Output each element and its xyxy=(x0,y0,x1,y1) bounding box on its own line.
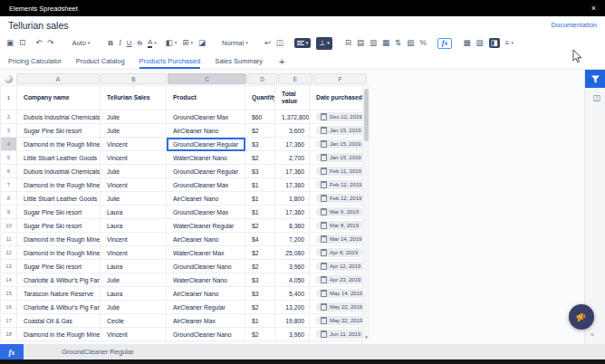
fill-color-icon[interactable]: ◧▾ xyxy=(166,39,178,47)
underline-icon[interactable]: U xyxy=(127,40,132,47)
cell-sales[interactable]: Vincent xyxy=(101,328,167,341)
header-cell[interactable]: Company name xyxy=(17,86,101,110)
undo-icon[interactable]: ↶ xyxy=(35,39,42,47)
cell-company[interactable]: Diamond in the Rough Mine xyxy=(17,246,101,260)
row-number[interactable]: 13 xyxy=(1,260,17,273)
cell-date[interactable]: Feb 12, 2019 xyxy=(310,178,363,192)
fx-function-button[interactable]: fx xyxy=(437,38,453,49)
cell-product[interactable]: GroundCleaner Nano xyxy=(167,260,245,273)
delete-cells-icon[interactable]: ▦ xyxy=(382,39,389,47)
row-number[interactable]: 8 xyxy=(1,192,17,206)
cell-quantity[interactable]: $4 xyxy=(245,233,275,246)
cell-quantity[interactable]: $3 xyxy=(245,273,275,287)
announcements-button[interactable] xyxy=(569,304,594,330)
text-color-icon[interactable]: A▾ xyxy=(148,39,157,48)
cell-product[interactable]: GroundCleaner Max xyxy=(167,110,245,124)
cell-product[interactable]: WaterCleaner Max xyxy=(167,246,245,260)
header-cell[interactable]: Quantity xyxy=(245,86,275,110)
font-size-select[interactable]: Auto▾ xyxy=(72,40,90,47)
cell-date[interactable]: May 22, 2019 xyxy=(310,301,363,314)
cell-sales[interactable]: Vincent xyxy=(101,138,167,151)
strikethrough-icon[interactable]: S xyxy=(138,40,142,47)
cell-quantity[interactable]: $3 xyxy=(245,138,275,151)
cell-date[interactable]: Dec 12, 2019 xyxy=(310,110,363,124)
collapse-icon[interactable]: « xyxy=(591,331,594,338)
panel-toggle-icon[interactable]: ◫ xyxy=(592,93,600,102)
row-number[interactable]: 9 xyxy=(1,206,17,219)
cell-date[interactable]: Jan 15, 2019 xyxy=(310,151,363,165)
cell-sales[interactable]: Julie xyxy=(101,165,167,178)
cell-quantity[interactable]: $1 xyxy=(245,192,275,206)
cell-total[interactable]: 4,050 xyxy=(275,273,310,287)
align-vertical-button[interactable]: ⊥▾ xyxy=(316,37,331,50)
cell-company[interactable]: Tarascon Nature Reserve xyxy=(17,287,101,301)
column-header-f[interactable]: F xyxy=(313,73,367,84)
cell-product[interactable]: GroundCleaner Nano xyxy=(167,328,245,341)
cell-company[interactable]: Diamond in the Rough Mine xyxy=(17,233,101,246)
filter-button[interactable] xyxy=(585,70,605,88)
cell-product[interactable]: AirCleaner Nano xyxy=(167,287,245,301)
cell-date[interactable]: Mar 14, 2019 xyxy=(310,233,363,246)
column-header-a[interactable]: A xyxy=(16,73,100,84)
row-number[interactable]: 3 xyxy=(1,124,17,138)
row-number[interactable]: 2 xyxy=(1,110,17,124)
row-number[interactable]: 5 xyxy=(1,151,17,165)
paint-format-icon[interactable]: ⊡ xyxy=(19,39,25,47)
column-header-b[interactable]: B xyxy=(101,73,167,84)
cell-company[interactable]: Diamond in the Rough Mine xyxy=(17,138,101,151)
cell-quantity[interactable]: $2 xyxy=(245,246,275,260)
cell-sales[interactable]: Laura xyxy=(101,219,167,233)
number-format-icon[interactable]: % xyxy=(419,39,427,47)
row-number[interactable]: 18 xyxy=(1,328,17,341)
documentation-link[interactable]: Documentation xyxy=(552,21,597,29)
italic-icon[interactable]: I xyxy=(119,40,121,47)
cell-product[interactable]: WaterCleaner Nano xyxy=(167,151,245,165)
clear-formatting-icon[interactable]: ◪ xyxy=(198,39,206,47)
cell-sales[interactable]: Vincent xyxy=(101,246,167,260)
cell-product[interactable]: WaterCleaner Regular xyxy=(167,219,245,233)
row-number[interactable]: 17 xyxy=(1,314,17,328)
cell-product[interactable]: AirCleaner Nano xyxy=(167,124,245,138)
cell-quantity[interactable]: $60 xyxy=(245,110,275,124)
insert-column-icon[interactable]: ▥ xyxy=(370,39,377,47)
cell-quantity[interactable]: $2 xyxy=(245,219,275,233)
cell-date[interactable]: Apr 8, 2019 xyxy=(310,246,363,260)
cell-sales[interactable]: Laura xyxy=(101,260,167,273)
align-horizontal-button[interactable]: ▾ xyxy=(294,38,312,48)
row-number[interactable]: 10 xyxy=(1,219,17,233)
row-number[interactable]: 6 xyxy=(1,165,17,178)
cell-quantity[interactable]: $1 xyxy=(245,206,275,219)
toggle-sidebar-icon[interactable]: ◨ xyxy=(489,38,500,48)
cell-sales[interactable]: Julie xyxy=(101,301,167,314)
cell-date[interactable]: Mar 8, 2019 xyxy=(310,219,363,233)
header-cell[interactable]: Date purchased xyxy=(310,86,363,110)
borders-icon[interactable]: ⊞▾ xyxy=(182,39,193,47)
cell-quantity[interactable]: $2 xyxy=(245,260,275,273)
formula-input[interactable]: GroundCleaner Regular xyxy=(62,348,134,356)
cell-date[interactable]: Feb 12, 2019 xyxy=(310,192,363,206)
cell-quantity[interactable]: $3 xyxy=(245,287,275,301)
cell-total[interactable]: 17,360 xyxy=(275,178,310,192)
header-cell[interactable]: Tellurian Sales xyxy=(101,86,167,110)
cell-total[interactable]: 5,400 xyxy=(275,287,310,301)
cell-total[interactable]: 19,800 xyxy=(275,314,310,328)
cell-company[interactable]: Coastal Oil & Gas xyxy=(17,314,101,328)
cell-company[interactable]: Diamond in the Rough Mine xyxy=(17,328,101,341)
cell-company[interactable]: Charlotte & Wilbur's Pig Farm xyxy=(17,273,101,287)
cell-product[interactable]: AirCleaner Regular xyxy=(167,301,245,314)
cell-company[interactable]: Sugar Pine Ski resort xyxy=(17,206,101,219)
cell-sales[interactable]: Laura xyxy=(101,206,167,219)
cell-total[interactable]: 25,060 xyxy=(275,246,310,260)
cell-total[interactable]: 8,360 xyxy=(275,219,310,233)
add-sheet-button[interactable]: + xyxy=(279,56,284,69)
cell-date[interactable]: Jun 11, 2019 xyxy=(310,328,363,341)
row-number[interactable]: 12 xyxy=(1,246,17,260)
cell-date[interactable]: May 22, 2019 xyxy=(310,314,363,328)
cell-total[interactable]: 1,800 xyxy=(275,192,310,206)
cell-product[interactable]: AirCleaner Nano xyxy=(167,233,245,246)
merge-cells-icon[interactable]: ◫ xyxy=(276,39,283,47)
grid-corner[interactable] xyxy=(0,73,16,84)
save-icon[interactable]: ▣ xyxy=(6,39,14,47)
cell-date[interactable]: Feb 11, 2019 xyxy=(310,165,363,178)
cell-product[interactable]: AirCleaner Nano xyxy=(167,192,245,206)
